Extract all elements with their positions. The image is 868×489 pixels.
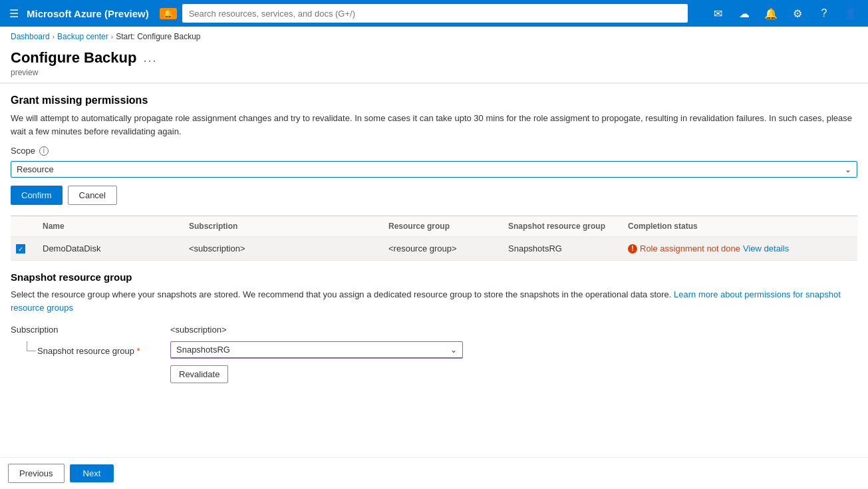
grant-section-heading: Grant missing permissions xyxy=(11,94,857,106)
row-subscription: <subscription> xyxy=(184,241,330,256)
status-text: Role assignment not done xyxy=(640,244,740,253)
app-title: Microsoft Azure (Preview) xyxy=(27,8,149,19)
cloud-shell-icon[interactable]: ☁ xyxy=(734,3,755,24)
col-header-srg: Snapshot resource group xyxy=(503,219,623,234)
revalidate-button[interactable]: Revalidate xyxy=(170,365,228,383)
more-options-button[interactable]: ... xyxy=(143,51,157,65)
settings-icon[interactable]: ⚙ xyxy=(787,3,808,24)
scope-dropdown-value: Resource xyxy=(17,164,54,174)
preview-badge: 🔔 xyxy=(160,8,177,19)
snapshot-rg-dropdown-chevron-icon: ⌄ xyxy=(450,345,457,355)
snapshot-section-description: Select the resource group where your sna… xyxy=(11,288,857,314)
row-status-cell: ! Role assignment not done View details xyxy=(623,241,857,256)
row-resource-group: <resource group> xyxy=(383,241,503,256)
help-icon[interactable]: ? xyxy=(813,3,835,24)
topbar: ☰ Microsoft Azure (Preview) 🔔 ✉ ☁ 🔔 ⚙ ? … xyxy=(0,0,868,27)
row-name: DemoDataDisk xyxy=(37,241,184,256)
subscription-label-col: Subscription xyxy=(11,322,170,335)
main-content: Grant missing permissions We will attemp… xyxy=(0,84,868,431)
snapshot-rg-row: Snapshot resource group SnapshotsRG ⌄ xyxy=(21,341,857,359)
view-details-link[interactable]: View details xyxy=(743,244,789,253)
connector-vertical xyxy=(27,341,27,351)
page-title: Configure Backup xyxy=(11,49,136,67)
error-icon: ! xyxy=(628,244,637,253)
subscription-value: <subscription> xyxy=(170,322,227,335)
table-header-row: Name Subscription Resource group Snapsho… xyxy=(11,216,857,237)
col-header-subscription: Subscription xyxy=(184,219,330,234)
snapshot-rg-label: Snapshot resource group xyxy=(37,346,140,356)
breadcrumb-current: Start: Configure Backup xyxy=(116,32,200,41)
breadcrumb-dashboard[interactable]: Dashboard xyxy=(11,32,50,41)
page-subtitle: preview xyxy=(11,68,857,77)
email-icon[interactable]: ✉ xyxy=(707,3,728,24)
scope-dropdown-chevron-icon: ⌄ xyxy=(845,165,851,174)
breadcrumb-sep-2: › xyxy=(111,33,113,41)
table-row: ✓ DemoDataDisk <subscription> <resource … xyxy=(11,237,857,261)
topbar-icons: ✉ ☁ 🔔 ⚙ ? 👤 xyxy=(707,3,861,24)
scope-label: Scope xyxy=(11,146,35,156)
subscription-field-row: Subscription <subscription> xyxy=(11,322,857,335)
snapshot-rg-dropdown-value: SnapshotsRG xyxy=(176,345,230,355)
scope-dropdown[interactable]: Resource ⌄ xyxy=(11,161,857,178)
col-header-type xyxy=(330,219,383,234)
col-header-rg: Resource group xyxy=(383,219,503,234)
snapshot-rg-label-col: Snapshot resource group xyxy=(37,345,170,356)
col-header-name: Name xyxy=(37,219,184,234)
col-header-status: Completion status xyxy=(623,219,857,234)
cancel-button[interactable]: Cancel xyxy=(68,186,117,205)
notifications-icon[interactable]: 🔔 xyxy=(760,3,782,24)
page-header: Configure Backup ... preview xyxy=(0,47,868,83)
account-icon[interactable]: 👤 xyxy=(840,3,861,24)
breadcrumb-sep-1: › xyxy=(53,33,55,41)
connector-horizontal xyxy=(27,351,36,351)
scope-row: Scope i xyxy=(11,146,857,156)
permissions-table: Name Subscription Resource group Snapsho… xyxy=(11,216,857,261)
snapshot-rg-dropdown[interactable]: SnapshotsRG ⌄ xyxy=(170,341,463,359)
breadcrumb-backup-center[interactable]: Backup center xyxy=(57,32,108,41)
row-checkbox-cell[interactable]: ✓ xyxy=(11,241,37,257)
col-header-check xyxy=(11,219,37,234)
connector xyxy=(21,341,37,359)
row-type xyxy=(330,246,383,251)
snapshot-section-heading: Snapshot resource group xyxy=(11,271,857,283)
status-badge: ! Role assignment not done View details xyxy=(628,244,852,253)
breadcrumb: Dashboard › Backup center › Start: Confi… xyxy=(0,27,868,47)
hamburger-icon[interactable]: ☰ xyxy=(7,5,21,23)
snapshot-section: Snapshot resource group Select the resou… xyxy=(11,271,857,391)
row-checkbox[interactable]: ✓ xyxy=(16,244,25,253)
row-snapshot-rg: SnapshotsRG xyxy=(503,241,623,256)
action-row: Confirm Cancel xyxy=(11,186,857,205)
subscription-label: Subscription xyxy=(11,325,59,335)
grant-section-description: We will attempt to automatically propaga… xyxy=(11,112,857,138)
confirm-button[interactable]: Confirm xyxy=(11,186,63,205)
scope-info-icon[interactable]: i xyxy=(39,146,49,156)
search-input[interactable] xyxy=(182,4,688,23)
